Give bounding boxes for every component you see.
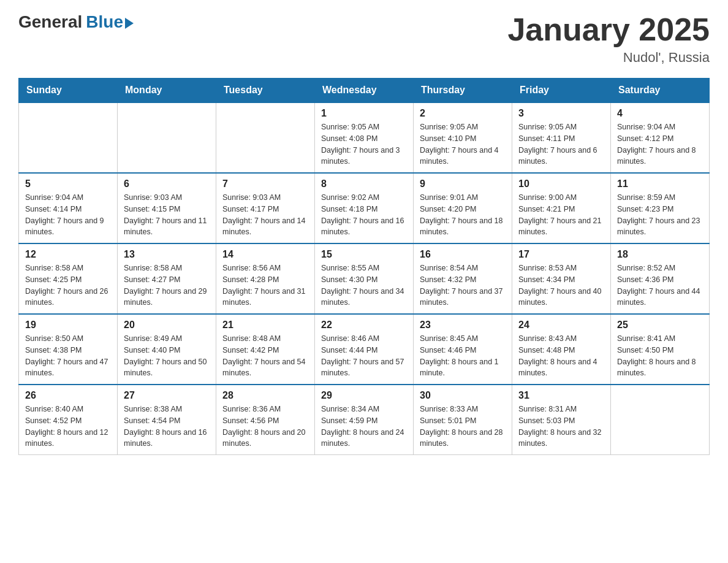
day-number: 3 bbox=[518, 108, 604, 119]
calendar-header-tuesday: Tuesday bbox=[216, 79, 315, 103]
calendar-cell: 23Sunrise: 8:45 AMSunset: 4:46 PMDayligh… bbox=[414, 314, 512, 385]
calendar-cell: 24Sunrise: 8:43 AMSunset: 4:48 PMDayligh… bbox=[512, 314, 611, 385]
calendar-week-row: 19Sunrise: 8:50 AMSunset: 4:38 PMDayligh… bbox=[19, 314, 710, 385]
day-number: 16 bbox=[420, 249, 506, 260]
calendar-cell: 31Sunrise: 8:31 AMSunset: 5:03 PMDayligh… bbox=[512, 385, 611, 455]
logo-blue-text: Blue bbox=[86, 12, 123, 32]
day-number: 14 bbox=[222, 249, 308, 260]
calendar-cell: 27Sunrise: 8:38 AMSunset: 4:54 PMDayligh… bbox=[118, 385, 216, 455]
calendar-cell: 9Sunrise: 9:01 AMSunset: 4:20 PMDaylight… bbox=[414, 173, 512, 243]
day-info: Sunrise: 8:41 AMSunset: 4:50 PMDaylight:… bbox=[617, 333, 703, 379]
day-info: Sunrise: 9:04 AMSunset: 4:14 PMDaylight:… bbox=[25, 192, 111, 238]
day-info: Sunrise: 8:34 AMSunset: 4:59 PMDaylight:… bbox=[321, 404, 407, 450]
day-number: 23 bbox=[420, 320, 506, 331]
day-number: 4 bbox=[617, 108, 703, 119]
day-info: Sunrise: 8:43 AMSunset: 4:48 PMDaylight:… bbox=[518, 333, 604, 379]
calendar-header-saturday: Saturday bbox=[611, 79, 710, 103]
day-info: Sunrise: 8:59 AMSunset: 4:23 PMDaylight:… bbox=[617, 192, 703, 238]
day-number: 18 bbox=[617, 249, 703, 260]
day-number: 6 bbox=[124, 178, 210, 190]
calendar-cell: 1Sunrise: 9:05 AMSunset: 4:08 PMDaylight… bbox=[315, 102, 414, 173]
calendar-cell: 14Sunrise: 8:56 AMSunset: 4:28 PMDayligh… bbox=[216, 243, 315, 314]
calendar-cell bbox=[118, 102, 216, 173]
calendar-cell: 3Sunrise: 9:05 AMSunset: 4:11 PMDaylight… bbox=[512, 102, 611, 173]
day-number: 11 bbox=[617, 178, 703, 190]
day-info: Sunrise: 8:52 AMSunset: 4:36 PMDaylight:… bbox=[617, 262, 703, 308]
day-number: 31 bbox=[518, 390, 604, 401]
day-number: 8 bbox=[321, 178, 407, 190]
page-header: General Blue January 2025 Nudol', Russia bbox=[18, 12, 710, 66]
calendar-cell: 17Sunrise: 8:53 AMSunset: 4:34 PMDayligh… bbox=[512, 243, 611, 314]
day-info: Sunrise: 8:31 AMSunset: 5:03 PMDaylight:… bbox=[518, 404, 604, 450]
day-info: Sunrise: 9:04 AMSunset: 4:12 PMDaylight:… bbox=[617, 121, 703, 167]
day-info: Sunrise: 8:49 AMSunset: 4:40 PMDaylight:… bbox=[124, 333, 210, 379]
day-info: Sunrise: 9:05 AMSunset: 4:08 PMDaylight:… bbox=[321, 121, 407, 167]
calendar-cell: 5Sunrise: 9:04 AMSunset: 4:14 PMDaylight… bbox=[19, 173, 118, 243]
day-number: 24 bbox=[518, 320, 604, 331]
day-info: Sunrise: 8:50 AMSunset: 4:38 PMDaylight:… bbox=[25, 333, 111, 379]
calendar-cell: 4Sunrise: 9:04 AMSunset: 4:12 PMDaylight… bbox=[611, 102, 710, 173]
day-number: 27 bbox=[124, 390, 210, 401]
calendar-week-row: 12Sunrise: 8:58 AMSunset: 4:25 PMDayligh… bbox=[19, 243, 710, 314]
day-number: 21 bbox=[222, 320, 308, 331]
calendar-table: SundayMondayTuesdayWednesdayThursdayFrid… bbox=[18, 78, 710, 455]
day-info: Sunrise: 9:00 AMSunset: 4:21 PMDaylight:… bbox=[518, 192, 604, 238]
calendar-cell: 30Sunrise: 8:33 AMSunset: 5:01 PMDayligh… bbox=[414, 385, 512, 455]
day-number: 22 bbox=[321, 320, 407, 331]
calendar-cell: 21Sunrise: 8:48 AMSunset: 4:42 PMDayligh… bbox=[216, 314, 315, 385]
day-number: 17 bbox=[518, 249, 604, 260]
calendar-cell: 2Sunrise: 9:05 AMSunset: 4:10 PMDaylight… bbox=[414, 102, 512, 173]
day-number: 26 bbox=[25, 390, 111, 401]
calendar-cell: 11Sunrise: 8:59 AMSunset: 4:23 PMDayligh… bbox=[611, 173, 710, 243]
day-info: Sunrise: 8:45 AMSunset: 4:46 PMDaylight:… bbox=[420, 333, 506, 379]
calendar-header-wednesday: Wednesday bbox=[315, 79, 414, 103]
day-info: Sunrise: 8:48 AMSunset: 4:42 PMDaylight:… bbox=[222, 333, 308, 379]
calendar-cell: 18Sunrise: 8:52 AMSunset: 4:36 PMDayligh… bbox=[611, 243, 710, 314]
day-info: Sunrise: 8:53 AMSunset: 4:34 PMDaylight:… bbox=[518, 262, 604, 308]
day-number: 12 bbox=[25, 249, 111, 260]
day-number: 7 bbox=[222, 178, 308, 190]
title-block: January 2025 Nudol', Russia bbox=[507, 12, 710, 66]
day-info: Sunrise: 8:56 AMSunset: 4:28 PMDaylight:… bbox=[222, 262, 308, 308]
day-number: 25 bbox=[617, 320, 703, 331]
calendar-cell: 28Sunrise: 8:36 AMSunset: 4:56 PMDayligh… bbox=[216, 385, 315, 455]
day-info: Sunrise: 8:58 AMSunset: 4:27 PMDaylight:… bbox=[124, 262, 210, 308]
calendar-week-row: 26Sunrise: 8:40 AMSunset: 4:52 PMDayligh… bbox=[19, 385, 710, 455]
day-info: Sunrise: 9:03 AMSunset: 4:17 PMDaylight:… bbox=[222, 192, 308, 238]
day-info: Sunrise: 9:02 AMSunset: 4:18 PMDaylight:… bbox=[321, 192, 407, 238]
month-title: January 2025 bbox=[507, 12, 710, 47]
logo-arrow-icon bbox=[125, 18, 134, 29]
calendar-cell: 6Sunrise: 9:03 AMSunset: 4:15 PMDaylight… bbox=[118, 173, 216, 243]
day-info: Sunrise: 8:38 AMSunset: 4:54 PMDaylight:… bbox=[124, 404, 210, 450]
day-info: Sunrise: 9:05 AMSunset: 4:10 PMDaylight:… bbox=[420, 121, 506, 167]
day-number: 1 bbox=[321, 108, 407, 119]
calendar-cell bbox=[19, 102, 118, 173]
day-number: 13 bbox=[124, 249, 210, 260]
location: Nudol', Russia bbox=[507, 50, 710, 66]
day-info: Sunrise: 8:46 AMSunset: 4:44 PMDaylight:… bbox=[321, 333, 407, 379]
calendar-cell bbox=[216, 102, 315, 173]
day-info: Sunrise: 8:36 AMSunset: 4:56 PMDaylight:… bbox=[222, 404, 308, 450]
day-info: Sunrise: 9:01 AMSunset: 4:20 PMDaylight:… bbox=[420, 192, 506, 238]
calendar-header-sunday: Sunday bbox=[19, 79, 118, 103]
calendar-cell: 25Sunrise: 8:41 AMSunset: 4:50 PMDayligh… bbox=[611, 314, 710, 385]
logo[interactable]: General Blue bbox=[18, 12, 134, 32]
calendar-cell: 8Sunrise: 9:02 AMSunset: 4:18 PMDaylight… bbox=[315, 173, 414, 243]
calendar-header-monday: Monday bbox=[118, 79, 216, 103]
day-info: Sunrise: 8:33 AMSunset: 5:01 PMDaylight:… bbox=[420, 404, 506, 450]
day-number: 2 bbox=[420, 108, 506, 119]
calendar-week-row: 1Sunrise: 9:05 AMSunset: 4:08 PMDaylight… bbox=[19, 102, 710, 173]
calendar-cell: 16Sunrise: 8:54 AMSunset: 4:32 PMDayligh… bbox=[414, 243, 512, 314]
calendar-cell: 12Sunrise: 8:58 AMSunset: 4:25 PMDayligh… bbox=[19, 243, 118, 314]
day-number: 5 bbox=[25, 178, 111, 190]
day-number: 15 bbox=[321, 249, 407, 260]
calendar-week-row: 5Sunrise: 9:04 AMSunset: 4:14 PMDaylight… bbox=[19, 173, 710, 243]
calendar-cell: 19Sunrise: 8:50 AMSunset: 4:38 PMDayligh… bbox=[19, 314, 118, 385]
calendar-cell: 22Sunrise: 8:46 AMSunset: 4:44 PMDayligh… bbox=[315, 314, 414, 385]
calendar-cell: 15Sunrise: 8:55 AMSunset: 4:30 PMDayligh… bbox=[315, 243, 414, 314]
calendar-cell: 29Sunrise: 8:34 AMSunset: 4:59 PMDayligh… bbox=[315, 385, 414, 455]
calendar-header-friday: Friday bbox=[512, 79, 611, 103]
day-number: 9 bbox=[420, 178, 506, 190]
day-number: 20 bbox=[124, 320, 210, 331]
day-info: Sunrise: 9:03 AMSunset: 4:15 PMDaylight:… bbox=[124, 192, 210, 238]
